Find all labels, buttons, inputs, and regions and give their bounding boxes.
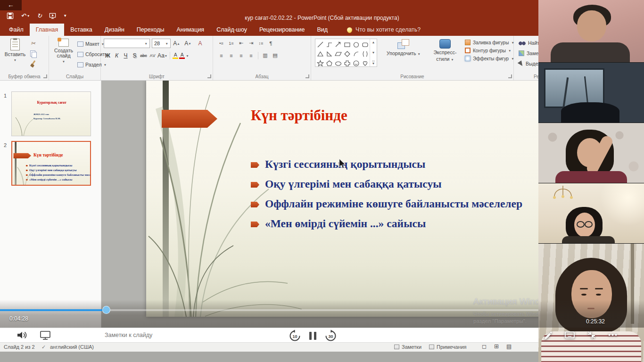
justify-button[interactable]: ≡ xyxy=(247,51,256,60)
tab-home[interactable]: Главная xyxy=(30,24,65,36)
notes-pane[interactable]: Заметки к слайду xyxy=(0,328,538,342)
grow-font-button[interactable]: А▲ xyxy=(173,39,181,48)
normal-view-button[interactable]: ◻ xyxy=(482,343,487,350)
shape-arc[interactable] xyxy=(352,49,361,58)
change-case-caret-icon: ▼ xyxy=(165,54,167,58)
spellcheck-icon[interactable]: ✓ xyxy=(41,344,46,350)
skip-forward-30-button[interactable]: 30 xyxy=(324,329,337,342)
bullets-button[interactable]: •≡ xyxy=(217,39,226,48)
shape-star[interactable] xyxy=(316,58,325,67)
shape-heart[interactable] xyxy=(361,58,370,67)
volume-icon[interactable] xyxy=(16,330,28,340)
new-slide-button[interactable]: Создать слайд ▼ xyxy=(51,39,76,63)
strikethrough-button[interactable]: abc xyxy=(140,51,148,60)
shape-triangle[interactable] xyxy=(316,49,325,58)
language-indicator[interactable]: английский (США) xyxy=(50,344,94,350)
format-painter-button[interactable] xyxy=(29,60,37,68)
numbering-button[interactable]: 1≡ xyxy=(227,39,236,48)
more-options-button[interactable] xyxy=(608,330,618,340)
shape-elbow-connector[interactable] xyxy=(325,40,334,49)
tell-me-box[interactable]: Что вы хотите сделать? xyxy=(347,24,421,36)
shape-rectangle[interactable] xyxy=(343,40,352,49)
reading-view-button[interactable]: ▤ xyxy=(506,343,512,350)
change-case-button[interactable]: Аа▼ xyxy=(157,51,167,60)
text-shadow-button[interactable]: S xyxy=(131,51,139,60)
cut-button[interactable]: ✂ xyxy=(29,40,37,47)
whiteboard-button[interactable] xyxy=(564,330,575,340)
slide-sorter-view-button[interactable]: ⊞ xyxy=(494,343,499,350)
indent-increase-button[interactable]: ⇥ xyxy=(247,39,256,48)
clipboard-dialog-launcher[interactable] xyxy=(43,74,47,78)
tab-animations[interactable]: Анимация xyxy=(170,24,210,36)
font-color-button[interactable]: А xyxy=(179,52,185,59)
tab-view[interactable]: Вид xyxy=(311,24,334,36)
skip-back-10-button[interactable]: 10 xyxy=(289,329,301,342)
back-button[interactable]: ← xyxy=(0,0,22,10)
paragraph-dialog-launcher[interactable] xyxy=(305,74,309,78)
shape-cross[interactable] xyxy=(343,58,352,67)
slide[interactable]: Күн тәртібінде Күзгі сессияның қорытынды… xyxy=(146,81,570,317)
font-name-select[interactable]: ▼ xyxy=(104,39,150,48)
shape-diamond[interactable] xyxy=(343,49,352,58)
tab-design[interactable]: Дизайн xyxy=(99,24,131,36)
quick-styles-button[interactable]: Экспресс- стили ▼ xyxy=(427,39,463,62)
slide-thumbnail-2[interactable]: Күн тәртібінде Күзгі сессияның қорытынды… xyxy=(11,141,91,186)
shape-line[interactable] xyxy=(316,40,325,49)
notes-toggle[interactable]: Заметки xyxy=(394,344,421,350)
shape-pentagon[interactable] xyxy=(325,58,334,67)
shapes-more-icon[interactable]: ▼ xyxy=(372,61,375,65)
annotate-pen-button[interactable] xyxy=(543,330,553,340)
bold-button[interactable]: Ж xyxy=(104,51,112,60)
tab-slideshow[interactable]: Слайд-шоу xyxy=(210,24,253,36)
playback-progress-bar[interactable] xyxy=(0,309,538,311)
slide-thumbnail-1[interactable]: Кураторлық сағат ЖМ21-012 топ Куратор Ал… xyxy=(11,91,91,136)
character-spacing-button[interactable]: АV xyxy=(149,51,157,60)
shape-parallelogram[interactable] xyxy=(334,49,343,58)
pause-button[interactable] xyxy=(309,332,316,340)
playback-progress-handle[interactable] xyxy=(102,306,110,314)
exit-fullscreen-button[interactable] xyxy=(586,330,596,340)
shape-oval[interactable] xyxy=(334,58,343,67)
shapes-scroll-up-icon[interactable]: ▲ xyxy=(372,41,375,44)
shape-smiley[interactable] xyxy=(352,58,361,67)
align-left-button[interactable]: ≡ xyxy=(217,51,226,60)
clear-formatting-button[interactable]: А xyxy=(196,39,204,48)
shape-right-triangle[interactable] xyxy=(325,49,334,58)
arrange-button[interactable]: Упорядочить ▼ xyxy=(382,39,425,56)
paste-button[interactable]: Вставить ▼ xyxy=(4,39,26,62)
align-right-button[interactable]: ≡ xyxy=(237,51,246,60)
comments-toggle[interactable]: Примечания xyxy=(429,344,467,350)
participant-video-4 xyxy=(538,183,644,244)
convert-to-smartart-button[interactable]: ▤ xyxy=(271,51,280,60)
tab-transitions[interactable]: Переходы xyxy=(131,24,171,36)
indent-decrease-button[interactable]: ⇤ xyxy=(237,39,246,48)
line-spacing-button[interactable]: ↕≡ xyxy=(256,39,265,48)
shape-outline-button[interactable]: Контур фигуры▼ xyxy=(465,48,514,53)
copy-button[interactable] xyxy=(29,50,37,58)
tab-review[interactable]: Рецензирование xyxy=(253,24,311,36)
align-center-button[interactable]: ≡ xyxy=(227,51,236,60)
columns-button[interactable]: ▥ xyxy=(261,51,270,60)
shrink-font-button[interactable]: А▼ xyxy=(184,39,192,48)
shape-braces[interactable] xyxy=(361,49,370,58)
font-dialog-launcher[interactable] xyxy=(207,74,211,78)
underline-button[interactable]: Ч xyxy=(122,51,130,60)
italic-button[interactable]: К xyxy=(113,51,121,60)
text-highlight-button[interactable]: А xyxy=(173,52,178,59)
tab-file[interactable]: Файл xyxy=(3,24,30,36)
shapes-gallery-scrollbar[interactable]: ▲ ▼ ▼ xyxy=(370,39,377,66)
shape-rounded-rectangle[interactable] xyxy=(361,40,370,49)
shape-effects-button[interactable]: Эффекты фигур▼ xyxy=(465,56,514,61)
text-direction-button[interactable]: ¶ xyxy=(266,39,275,48)
screen-share-icon[interactable] xyxy=(40,331,50,340)
font-size-select[interactable]: 28▼ xyxy=(152,39,171,48)
shape-fill-button[interactable]: Заливка фигуры▼ xyxy=(465,40,514,45)
shape-arrow[interactable] xyxy=(334,40,343,49)
layout-button[interactable]: Макет▼ xyxy=(77,41,104,47)
shape-circle[interactable] xyxy=(352,40,361,49)
drawing-dialog-launcher[interactable] xyxy=(508,74,512,78)
font-color-caret-icon[interactable]: ▼ xyxy=(186,54,189,58)
select-button[interactable]: Выдел xyxy=(519,61,541,66)
shapes-scroll-down-icon[interactable]: ▼ xyxy=(372,51,375,54)
tab-insert[interactable]: Вставка xyxy=(64,24,98,36)
